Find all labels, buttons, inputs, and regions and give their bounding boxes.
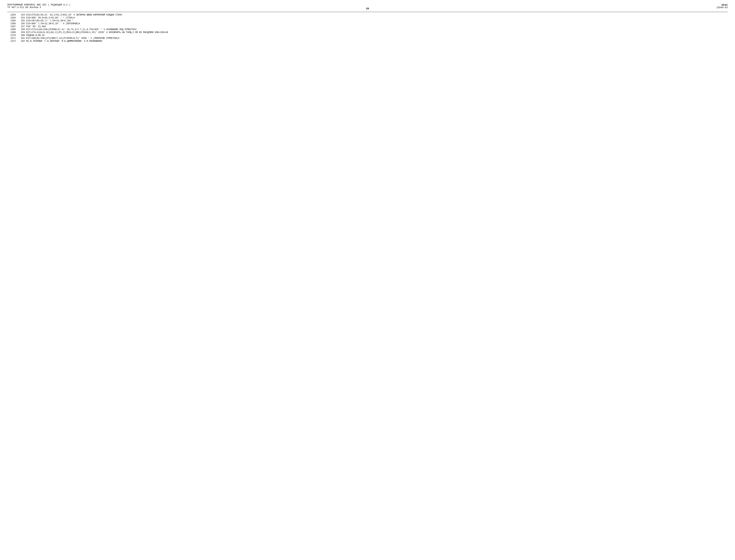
doc-code: 23848-03 [716, 6, 728, 9]
table-row: 1271161E27=169(A1=156)(P1(5B9=7,14)(P=85… [7, 37, 728, 40]
row-num2: 157 [16, 25, 26, 28]
row-num2: 159 [16, 31, 26, 34]
row-num2: 154 [16, 16, 26, 19]
table-row: 1269159E27=174=1(A1=9,16)(A1,2)(P1,2)(M4… [7, 31, 728, 34]
table-row: 1265155E15=297(A1=28,7)' 7,54=12,38=5,10… [7, 19, 728, 22]
row-text: E27=169(A1=156)(P1(5B9=7,14)(P=8566=8,5)… [26, 37, 728, 40]
table-row: 1266156E15=389' 7,54=12,38=5,10' ' # (ПО… [7, 22, 728, 25]
row-text: E15=388' 39,6=64,2=33,68' ' * (СТЕН)# [26, 16, 728, 19]
header-line2: ТП 407-3-511.88 Альбом 4 [7, 6, 71, 9]
row-num1: 1270 [7, 34, 16, 37]
row-num2: 155 [16, 19, 26, 22]
row-num2: 160 [16, 34, 26, 37]
row-text: E27=173=1(A1=238)(P3568=17,4)' 16,74,2=7… [26, 28, 728, 31]
row-num1: 1266 [7, 22, 16, 25]
table-row: 1272162КЕ.В.ТЕПЛОВА' Г.Н.ЗБРУЕВА' М.Б.ЦИ… [7, 40, 728, 43]
page-number: 28 [366, 7, 369, 10]
row-text: E15=275(A1=35,8)' 33,1=61,2=031,10' # ЗА… [26, 13, 728, 16]
row-text: P10' M2' 21,66# [26, 25, 728, 28]
row-text: П2ЦЕНА:9,06,2# [26, 34, 728, 37]
row-num1: 1268 [7, 28, 16, 31]
row-num1: 1269 [7, 31, 16, 34]
row-text: КЕ.В.ТЕПЛОВА' Г.Н.ЗБРУЕВА' М.Б.ЦИММЕРИНО… [26, 40, 728, 43]
row-num1: 1264 [7, 16, 16, 19]
row-text: E15=297(A1=28,7)' 7,54=12,38=5,10# ' [26, 19, 728, 22]
row-num2: 156 [16, 22, 26, 25]
content-table: 1263153E15=275(A1=35,8)' 33,1=61,2=031,1… [7, 13, 728, 43]
row-num2: 161 [16, 37, 26, 40]
table-row: 1264154E15=388' 39,6=64,2=33,68' ' * (СТ… [7, 16, 728, 19]
table-row: 1268158E27=173=1(A1=238)(P3568=17,4)' 16… [7, 28, 728, 31]
header-right: 3642 23848-03 [716, 4, 728, 9]
table-row: 1263153E15=275(A1=35,8)' 33,1=61,2=031,1… [7, 13, 728, 16]
header-left: ПРОГРАММНЫЙ КОМПЛЕКС ABC-3ЕС ( РЕДАКЦИЯ … [7, 4, 71, 9]
header-line1: ПРОГРАММНЫЙ КОМПЛЕКС ABC-3ЕС ( РЕДАКЦИЯ … [7, 4, 71, 6]
row-num1: 1267 [7, 25, 16, 28]
row-num1: 1272 [7, 40, 16, 43]
row-num2: 162 [16, 40, 26, 43]
doc-number: 3642 [721, 4, 728, 6]
row-num1: 1265 [7, 19, 16, 22]
row-num2: 158 [16, 28, 26, 31]
row-num1: 1263 [7, 13, 16, 16]
row-text: E15=389' 7,54=12,38=5,10' ' # (ПОТОЛКОВ)… [26, 22, 728, 25]
row-num1: 1271 [7, 37, 16, 40]
table-row: 1270160П2ЦЕНА:9,06,2# [7, 34, 728, 37]
row-text: E27=174=1(A1=9,16)(A1,2)(P1,2)(M41=2)(BN… [26, 31, 728, 34]
table-row: 1267157P10' M2' 21,66# [7, 25, 728, 28]
row-num2: 153 [16, 13, 26, 16]
